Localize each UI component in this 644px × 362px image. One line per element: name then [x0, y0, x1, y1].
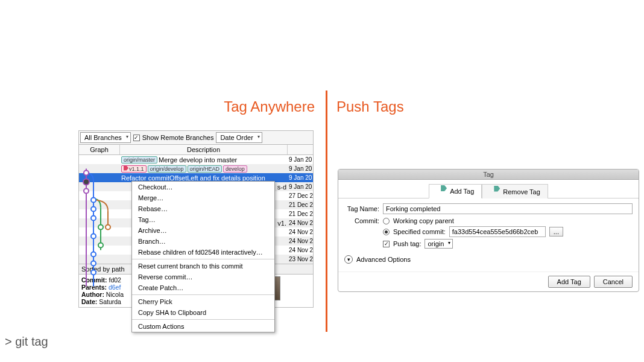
ctx-custom-actions[interactable]: Custom Actions [132, 321, 274, 332]
dialog-title: Tag [338, 170, 639, 180]
radio-specified-commit[interactable] [383, 229, 390, 235]
ctx-archive[interactable]: Archive… [132, 225, 274, 236]
branch-badge: origin/develop [148, 165, 186, 173]
ctx-separator [132, 319, 274, 320]
ctx-branch[interactable]: Branch… [132, 236, 274, 247]
radio-working-copy-label: Working copy parent [393, 217, 454, 224]
ctx-reverse[interactable]: Reverse commit… [132, 272, 274, 282]
table-row[interactable]: v1.1.1origin/developorigin/HEADdevelop9 … [79, 164, 313, 173]
tab-add-tag[interactable]: Add Tag [429, 184, 482, 198]
dialog-tabs: Add Tag Remove Tag [338, 180, 639, 198]
ctx-rebase-children[interactable]: Rebase children of fd02548 interactively… [132, 247, 274, 258]
title-right: Push Tags [326, 98, 404, 115]
show-remote-checkbox[interactable] [133, 135, 140, 141]
advanced-options-label[interactable]: Advanced Options [356, 256, 411, 263]
radio-specified-label: Specified commit: [393, 228, 446, 235]
radio-working-copy[interactable] [383, 218, 390, 224]
push-remote-select[interactable]: origin [425, 239, 453, 249]
ctx-separator [132, 259, 274, 259]
tag-dialog: Tag Add Tag Remove Tag Tag Name: Forking… [338, 169, 639, 292]
tab-remove-tag[interactable]: Remove Tag [482, 184, 548, 198]
ctx-rebase[interactable]: Rebase… [132, 203, 274, 214]
tag-icon [494, 186, 500, 192]
push-tag-checkbox[interactable] [383, 241, 390, 247]
ctx-merge[interactable]: Merge… [132, 192, 274, 203]
order-dropdown[interactable]: Date Order [216, 132, 262, 143]
toolbar: All Branches Show Remote Branches Date O… [78, 130, 314, 145]
col-date [288, 145, 313, 154]
ctx-create-patch[interactable]: Create Patch… [132, 282, 274, 293]
ctx-separator [132, 294, 274, 295]
ctx-tag[interactable]: Tag… [132, 214, 274, 225]
ctx-cherry-pick[interactable]: Cherry Pick [132, 296, 274, 307]
browse-button[interactable]: ... [549, 227, 563, 237]
table-row[interactable]: origin/master Merge develop into master9… [79, 155, 313, 164]
table-header: Graph Description [78, 145, 314, 155]
vertical-divider [326, 91, 327, 332]
tag-badge: v1.1.1 [121, 165, 147, 173]
title-left: Tag Anywhere [0, 98, 326, 115]
col-description: Description [120, 145, 288, 154]
ctx-copy-sha[interactable]: Copy SHA to Clipboard [132, 307, 274, 318]
show-remote-label: Show Remote Branches [142, 134, 214, 141]
command-line: > git tag [5, 335, 48, 349]
chevron-down-icon[interactable]: ▾ [344, 255, 353, 264]
tag-icon [441, 185, 447, 191]
branch-badge: origin/master [121, 156, 157, 164]
context-menu: Checkout… Merge… Rebase… Tag… Archive… B… [131, 181, 275, 332]
branch-badge: origin/HEAD [188, 165, 223, 173]
branch-badge: develop [223, 165, 247, 173]
push-tag-label: Push tag: [393, 240, 421, 247]
tag-dialog-panel: Tag Add Tag Remove Tag Tag Name: Forking… [338, 169, 639, 292]
add-tag-button[interactable]: Add Tag [548, 276, 590, 288]
cancel-button[interactable]: Cancel [594, 276, 633, 288]
ctx-reset[interactable]: Reset current branch to this commit [132, 261, 274, 272]
tag-name-input[interactable]: Forking completed [383, 203, 633, 214]
specified-commit-input[interactable]: fa33d554cea555e5d66b2ceb [449, 226, 546, 237]
col-graph: Graph [79, 145, 120, 154]
tag-name-label: Tag Name: [344, 205, 379, 212]
commit-label: Commit: [344, 217, 379, 224]
branches-dropdown[interactable]: All Branches [80, 132, 131, 143]
ctx-checkout[interactable]: Checkout… [132, 182, 274, 192]
